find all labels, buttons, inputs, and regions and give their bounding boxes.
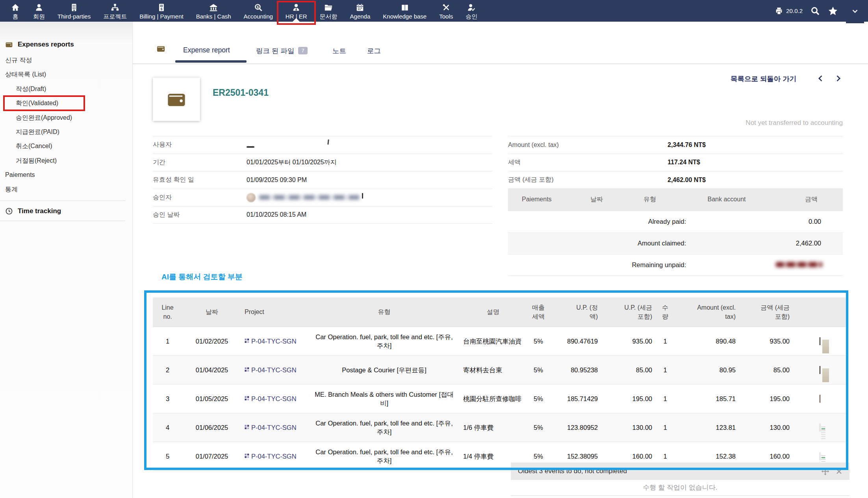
redacted-approver-name bbox=[259, 195, 360, 200]
nav-agenda[interactable]: Agenda bbox=[344, 0, 377, 22]
prev-record-arrow[interactable] bbox=[817, 74, 825, 84]
tab-linked-files[interactable]: 링크 된 파일7 bbox=[256, 46, 308, 56]
line-amount-incl: 935.00 bbox=[739, 334, 793, 348]
line-type: Postage & Courier [우편료등] bbox=[308, 363, 460, 377]
line-unit-price-incl: 195.00 bbox=[601, 392, 655, 405]
project-link[interactable]: P-04-TYC-SGN bbox=[245, 337, 305, 346]
line-type: ME. Branch Meals & others with Customer … bbox=[308, 388, 460, 410]
nav-approval[interactable]: 승인 bbox=[459, 0, 484, 22]
line-date: 01/04/2025 bbox=[182, 363, 241, 377]
user-tie-icon bbox=[291, 3, 301, 12]
sidebar-divider bbox=[0, 201, 125, 201]
line-amount-net: 890.48 bbox=[675, 334, 739, 348]
payments-table-header: Paiements 날짜 유형 Bank account 금액 bbox=[508, 188, 843, 211]
tab-expense-report[interactable]: Expense report bbox=[183, 46, 230, 54]
sidebar-item-cancel[interactable]: 취소(Cancel) bbox=[0, 139, 132, 153]
redacted-amount bbox=[776, 262, 822, 267]
redacted-text bbox=[247, 146, 254, 148]
project-link[interactable]: P-04-TYC-SGN bbox=[245, 423, 305, 432]
line-description: 寄材料去台東 bbox=[460, 363, 526, 377]
nav-banks[interactable]: Banks | Cash bbox=[190, 0, 237, 22]
nav-hr-er[interactable]: HR | ER bbox=[279, 0, 313, 22]
line-vat-rate: 5% bbox=[526, 421, 551, 434]
document-reference: ER2501-0341 bbox=[213, 87, 269, 98]
sidebar-item-list[interactable]: 상태목록 (List) bbox=[0, 67, 132, 82]
version-number: 20.0.2 bbox=[786, 7, 803, 14]
sidebar-item-reject[interactable]: 거절됨(Reject) bbox=[0, 154, 132, 168]
tab-notes[interactable]: 노트 bbox=[332, 46, 346, 56]
search-icon[interactable] bbox=[811, 6, 820, 16]
details-panel: 사용자 기간 01/01/2025부터 01/10/2025까지 유효성 확인 … bbox=[153, 136, 492, 224]
nav-knowledge-base[interactable]: Knowledge base bbox=[377, 0, 433, 22]
nav-third-parties[interactable]: Third-parties bbox=[51, 0, 97, 22]
expense-line-row: 4 01/06/2025 P-04-TYC-SGN Car Operation.… bbox=[153, 413, 847, 442]
receipt-thumbnail[interactable] bbox=[820, 366, 820, 374]
project-link[interactable]: P-04-TYC-SGN bbox=[245, 366, 305, 374]
nav-members[interactable]: 회원 bbox=[27, 0, 51, 22]
line-unit-price-net: 890.47619 bbox=[551, 334, 601, 348]
receipt-thumbnail[interactable] bbox=[820, 337, 820, 345]
amount-claimed-row: Amount claimed: 2,462.00 bbox=[508, 232, 843, 254]
sidebar-item-draft[interactable]: 작성(Draft) bbox=[0, 82, 132, 96]
remaining-unpaid-row: Remaining unpaid: bbox=[508, 254, 843, 276]
line-date: 01/02/2025 bbox=[182, 334, 241, 348]
sidebar-section-expenses[interactable]: Expenses reports bbox=[5, 41, 132, 48]
nav-documents[interactable]: 문서함 bbox=[313, 0, 344, 22]
line-date: 01/07/2025 bbox=[182, 450, 241, 463]
sidebar-item-stats[interactable]: 통계 bbox=[0, 182, 132, 197]
line-date: 01/05/2025 bbox=[182, 392, 241, 405]
nav-projects[interactable]: 프로젝트 bbox=[97, 0, 133, 22]
project-link[interactable]: P-04-TYC-SGN bbox=[245, 394, 305, 403]
sidebar-item-paid[interactable]: 지급완료(PAID) bbox=[0, 125, 132, 139]
detail-row-approver: 승인자 bbox=[153, 189, 492, 206]
line-date: 01/06/2025 bbox=[182, 421, 241, 434]
receipt-thumbnail[interactable] bbox=[820, 452, 820, 460]
nav-tools[interactable]: Tools bbox=[433, 0, 459, 22]
sidebar-item-validated[interactable]: 확인(Validated) bbox=[0, 96, 132, 110]
nav-billing[interactable]: $ Billing | Payment bbox=[133, 0, 189, 22]
expense-lines-header: Line no. 날짜 Project 유형 설명 매출 세액 U.P. (정 … bbox=[153, 297, 847, 327]
folder-open-icon bbox=[323, 3, 334, 12]
line-number: 2 bbox=[153, 363, 182, 377]
clock-icon bbox=[5, 207, 13, 215]
back-to-list-link[interactable]: 목록으로 되돌아 가기 bbox=[731, 74, 796, 84]
receipt-thumbnail[interactable] bbox=[820, 395, 820, 403]
nav-home[interactable]: 홈 bbox=[4, 0, 27, 22]
amount-incl-row: 금액 (세금 포함) 2,462.00 NT$ bbox=[508, 171, 843, 189]
sidebar-item-approved[interactable]: 승인완료(Approved) bbox=[0, 111, 132, 125]
tax-row: 세액 117.24 NT$ bbox=[508, 154, 843, 171]
expense-line-row: 2 01/04/2025 P-04-TYC-SGN Postage & Cour… bbox=[153, 356, 847, 385]
project-link[interactable]: P-04-TYC-SGN bbox=[245, 452, 305, 461]
no-tasks-message: 수행 할 작업이 없습니다. bbox=[511, 483, 849, 492]
receipt-thumbnail[interactable] bbox=[820, 424, 820, 431]
book-icon bbox=[400, 3, 410, 12]
sidebar-section-time-tracking[interactable]: Time tracking bbox=[5, 207, 132, 215]
project-icon bbox=[245, 367, 249, 372]
line-description: 1/4 停車費 bbox=[460, 450, 526, 463]
close-widget-icon[interactable] bbox=[836, 468, 842, 475]
tab-log[interactable]: 로그 bbox=[367, 46, 381, 56]
project-icon bbox=[245, 425, 249, 429]
nav-accounting[interactable]: $ Accounting bbox=[237, 0, 279, 22]
line-amount-incl: 160.00 bbox=[739, 450, 793, 463]
ai-review-section-title: AI를 통해서 검토할 부분 bbox=[161, 272, 243, 282]
search-dollar-icon: $ bbox=[253, 3, 263, 12]
line-vat-rate: 5% bbox=[526, 392, 551, 405]
sidebar-item-new[interactable]: 신규 작성 bbox=[0, 53, 132, 67]
bookmark-star-icon[interactable] bbox=[828, 6, 838, 16]
line-type: Car Operation. fuel, park, toll fee and … bbox=[308, 330, 460, 353]
move-widget-icon[interactable] bbox=[821, 467, 829, 476]
wallet-icon bbox=[5, 41, 13, 48]
topbar-right-tools: 20.0.2 bbox=[775, 6, 844, 16]
active-tab-underline bbox=[175, 60, 247, 63]
line-number: 1 bbox=[153, 334, 182, 348]
home-icon bbox=[10, 3, 20, 12]
sidebar-item-paiements[interactable]: Paiements bbox=[0, 168, 132, 182]
user-menu-toggle[interactable] bbox=[846, 0, 864, 23]
top-menu-bar: 홈 회원 Third-parties 프로젝트 $ Billing | Paym… bbox=[0, 0, 868, 22]
line-quantity: 1 bbox=[655, 392, 675, 405]
svg-text:$: $ bbox=[161, 7, 163, 11]
line-vat-rate: 5% bbox=[526, 334, 551, 348]
line-unit-price-net: 80.95238 bbox=[551, 363, 601, 377]
next-record-arrow[interactable] bbox=[834, 74, 842, 84]
